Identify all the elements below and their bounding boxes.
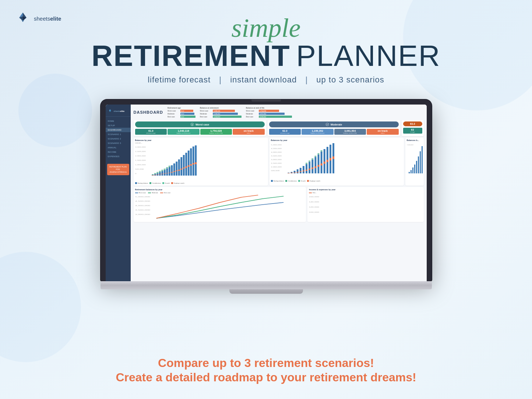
mini-chart-moderate: 5,000,000 4,500,000 4,000,000 3,500,000 …: [271, 142, 402, 179]
sidebar-brand: sheetselite: [106, 107, 131, 117]
laptop-screen-inner: sheetselite HOME SETUP DASHBOARD SCENARI…: [106, 105, 427, 281]
bottom-charts: Retirement balances by year Worst case M…: [134, 187, 424, 222]
subtitle: lifetime forecast | instant download | u…: [92, 75, 441, 85]
mini-chart-worst: 3,000,000 2,500,000 2,000,000 1,500,000 …: [135, 145, 267, 181]
svg-rect-24: [185, 153, 187, 176]
chart-income-expenses: Income & expenses by year Reti... 160,00…: [307, 187, 423, 222]
sidebar-item-annual[interactable]: ANNUAL: [106, 145, 131, 150]
svg-text:4,500,000: 4,500,000: [135, 201, 150, 202]
svg-rect-45: [171, 172, 173, 173]
svg-rect-76: [323, 149, 325, 173]
title-bold: RETIREMENT: [92, 41, 290, 71]
svg-rect-89: [296, 172, 298, 173]
svg-text:5,000,000: 5,000,000: [135, 196, 150, 198]
charts-row-1: Balances by year 3,500,000 — 3,000,000 2…: [134, 138, 424, 186]
laptop-notch: [251, 99, 281, 102]
svg-rect-108: [418, 156, 419, 173]
svg-rect-37: [152, 175, 154, 176]
svg-rect-43: [166, 173, 168, 173]
svg-rect-96: [317, 165, 319, 167]
scenario-metrics-best: 63 ret age: [403, 128, 422, 134]
svg-text:3,500,000: 3,500,000: [271, 155, 282, 156]
svg-rect-28: [195, 145, 197, 176]
sidebar-item-dashboard[interactable]: DASHBOARD: [106, 128, 131, 132]
subtitle-part1: lifetime forecast: [148, 75, 211, 84]
sidebar-nav[interactable]: HOME SETUP DASHBOARD SCENARIO 1 SCENARIO…: [106, 117, 131, 161]
svg-rect-70: [306, 164, 307, 173]
sidebar-item-setup[interactable]: SETUP: [106, 123, 131, 128]
scenario-card-moderate: Moderate 62.0 retirement age 1,199,352: [268, 120, 400, 136]
scenarios-row: Worst case 61.0 retirement age 1,040,116: [134, 120, 424, 136]
sidebar-item-income[interactable]: INCOME: [106, 150, 131, 154]
chart-retirement-title: Retirement balances by year: [135, 188, 305, 191]
svg-rect-94: [311, 167, 313, 169]
chart-moderate-legend: Starting balance Contributions Growth Em…: [271, 180, 402, 182]
svg-rect-33: [161, 170, 163, 171]
cta-line2: Create a detailed roadmap to your retire…: [0, 370, 532, 384]
svg-text:4,000,000: 4,000,000: [271, 151, 282, 153]
balance-eol-stats: Balance at end of life Worst case 1,754,…: [246, 107, 292, 118]
svg-rect-105: [412, 167, 413, 173]
subtitle-part3: up to 3 scenarios: [316, 75, 384, 84]
svg-rect-13: [159, 172, 161, 176]
balance-eol-label: Balance at end of life: [246, 107, 292, 109]
sidebar-item-expenses[interactable]: EXPENSES: [106, 154, 131, 159]
dashboard-header: DASHBOARD Retirement age Worst case 61.0…: [134, 107, 424, 118]
metric-balance-ret-moderate: 1,199,352 balance at retirement: [302, 129, 334, 135]
sidebar-brand-text: sheetselite: [114, 110, 125, 112]
chart-worst-legend: Starting balance Contributions Growth Em…: [135, 182, 267, 184]
svg-rect-87: [290, 173, 292, 173]
sidebar-item-scenario3[interactable]: SCENARIO 3: [106, 141, 131, 145]
svg-rect-17: [168, 167, 170, 176]
svg-rect-95: [314, 166, 316, 168]
svg-rect-103: [409, 172, 410, 173]
balance-eol-moderate: Moderate 3,061,904: [246, 113, 292, 115]
svg-rect-84: [317, 153, 319, 155]
svg-rect-52: [187, 165, 189, 167]
chart-worst-case: Balances by year 3,500,000 — 3,000,000 2…: [134, 138, 268, 186]
retirement-plan-box: RETIREMENT PLAN FOR:Jonathan & Rebecca: [107, 164, 129, 175]
svg-rect-71: [309, 162, 310, 173]
svg-rect-109: [420, 151, 421, 173]
svg-rect-39: [156, 174, 158, 175]
svg-rect-50: [183, 167, 184, 169]
svg-rect-36: [168, 166, 170, 167]
svg-rect-68: [299, 168, 301, 173]
svg-rect-69: [303, 166, 304, 173]
sidebar-item-scenario2[interactable]: SCENARIO 2: [106, 137, 131, 141]
svg-text:100,000: 100,000: [309, 211, 319, 213]
svg-rect-22: [180, 157, 182, 176]
scenario-header-worst: Worst case: [135, 121, 265, 127]
metric-retirement-age-worst: 61.0 retirement age: [135, 129, 167, 135]
svg-rect-23: [183, 155, 184, 176]
balance-eol-best: Best case 4,596,952: [246, 116, 292, 118]
svg-text:3,000,000: 3,000,000: [135, 214, 150, 216]
retirement-age-best: Best case 63.0: [168, 116, 195, 118]
dashboard-main: DASHBOARD Retirement age Worst case 61.0…: [131, 105, 427, 281]
chart-income-title: Income & expenses by year: [309, 188, 422, 191]
chart-best-case: Balances b... 7,000,000: [405, 138, 424, 186]
title-simple: simple: [92, 15, 441, 41]
svg-rect-91: [303, 170, 304, 172]
svg-rect-30: [154, 173, 156, 174]
svg-text:2,500,000: 2,500,000: [135, 151, 146, 152]
svg-rect-85: [320, 150, 322, 152]
svg-rect-106: [414, 165, 415, 173]
svg-rect-67: [296, 169, 298, 173]
svg-rect-14: [161, 171, 163, 176]
svg-rect-18: [171, 165, 173, 176]
chart-moderate-title: Balances by year: [271, 139, 402, 141]
sidebar-item-home[interactable]: HOME: [106, 119, 131, 123]
scenario-metrics-moderate: 62.0 retirement age 1,199,352 balance at…: [269, 129, 399, 135]
svg-text:3,000,000: 3,000,000: [271, 159, 282, 160]
svg-rect-75: [320, 152, 322, 173]
svg-rect-104: [411, 170, 412, 173]
scenario-metrics-worst: 61.0 retirement age 1,040,116 balance at…: [135, 129, 265, 135]
svg-text:160,000: 160,000: [309, 196, 319, 198]
laptop-frame: sheetselite HOME SETUP DASHBOARD SCENARI…: [101, 99, 432, 289]
sidebar-item-scenario1[interactable]: SCENARIO 1: [106, 132, 131, 137]
dashboard-title: DASHBOARD: [134, 110, 163, 114]
retirement-age-stats: Retirement age Worst case 61.0 Moderate …: [168, 107, 195, 118]
svg-rect-32: [159, 171, 161, 172]
svg-rect-54: [192, 163, 194, 165]
